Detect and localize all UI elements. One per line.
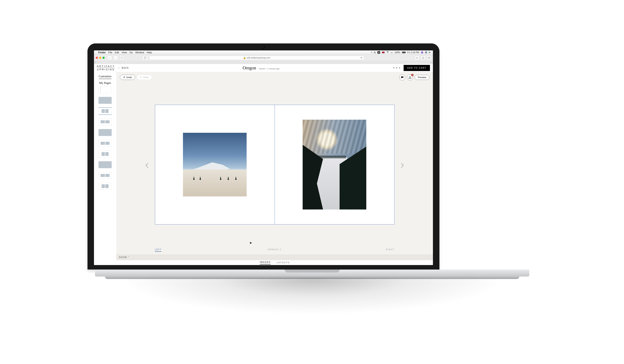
safari-toolbar: ‹ › 🔒 edit.artifactuprising.com ⟳ ⊙ — [94, 55, 433, 61]
redo-icon: ↻ — [140, 76, 142, 79]
page-thumb-7[interactable] — [99, 161, 112, 168]
sidebar-heading-my-pages: My Pages — [99, 81, 111, 85]
preview-label: Preview — [418, 76, 426, 79]
project-title[interactable]: Oregon — [243, 65, 256, 71]
brand-line1: ARTIFACT — [97, 65, 115, 68]
screenshot-icon[interactable]: ⧉ — [374, 51, 376, 54]
laptop-camera — [262, 46, 264, 48]
page-thumb-4[interactable] — [99, 129, 112, 136]
reload-icon[interactable]: ⟳ — [361, 56, 363, 59]
safari-tabbar: ⠿ ＋ — [94, 61, 433, 64]
tab-layouts[interactable]: LAYOUTS — [277, 261, 290, 264]
dropbox-icon[interactable]: ⌗ — [371, 51, 372, 54]
cursor-icon: ➤ — [249, 241, 253, 245]
page-right[interactable] — [275, 105, 394, 224]
page-thumb-5[interactable] — [99, 140, 112, 147]
show-panel-toggle[interactable]: SHOW ˄ — [116, 255, 433, 260]
comments-button[interactable] — [399, 74, 405, 80]
add-to-cart-label: ADD TO CART — [407, 67, 426, 69]
share-button[interactable] — [421, 56, 425, 60]
macos-clock[interactable]: Fri 2:18 PM — [407, 51, 419, 54]
photo-slot-right[interactable] — [303, 120, 366, 209]
svg-rect-6 — [410, 77, 410, 78]
brand-line2: UPRISING — [97, 68, 115, 71]
svg-rect-4 — [402, 77, 403, 77]
input-source-icon[interactable] — [382, 52, 385, 53]
downloads-button[interactable]: ⊙ — [415, 56, 419, 60]
window-minimize-button[interactable] — [99, 57, 101, 59]
address-url: edit.artifactuprising.com — [247, 56, 270, 59]
menu-view[interactable]: View — [122, 51, 127, 54]
notification-center-icon[interactable] — [429, 52, 431, 53]
preview-button[interactable]: Preview — [415, 75, 429, 80]
menu-extra-icon[interactable]: A — [377, 51, 380, 54]
privacy-report-button[interactable] — [142, 56, 148, 60]
next-spread-button[interactable]: › — [400, 158, 404, 171]
redo-button[interactable]: ↻ Redo — [137, 75, 152, 80]
battery-icon[interactable] — [402, 52, 405, 53]
tab-overview-button[interactable] — [427, 56, 431, 60]
page-indicator-left[interactable]: LEFT — [155, 248, 162, 252]
siri-icon[interactable] — [425, 51, 427, 53]
saved-status: Saved < 1 minute ago — [259, 68, 280, 70]
page-thumb-9[interactable] — [99, 183, 112, 190]
laptop-base — [95, 270, 529, 277]
editor-area: ↺ Undo ↻ Redo — [116, 72, 433, 265]
svg-rect-2 — [428, 57, 430, 59]
spread-number-label: SPREAD 2 — [268, 248, 281, 251]
window-zoom-button[interactable] — [103, 57, 105, 59]
page-thumb-3[interactable] — [99, 118, 112, 125]
nav-forward-button[interactable]: › — [114, 56, 118, 60]
brand-logo[interactable]: ARTIFACT UPRISING — [97, 65, 115, 71]
page-thumbnails — [99, 85, 112, 265]
back-label: BACK — [122, 67, 129, 69]
warnings-count-badge: 5 — [411, 74, 414, 76]
show-label: SHOW — [119, 256, 127, 259]
editor-toolbar: ↺ Undo ↻ Redo — [116, 72, 433, 80]
user-fast-switch-icon[interactable] — [421, 51, 423, 53]
app-header: ARTIFACT UPRISING ← BACK Oregon Saved < … — [94, 64, 433, 72]
undo-button[interactable]: ↺ Undo — [120, 75, 135, 80]
page-left[interactable] — [155, 105, 275, 224]
more-menu-button[interactable]: • • • — [393, 66, 401, 70]
warnings-button[interactable]: 5 — [407, 74, 413, 80]
menu-file[interactable]: File — [108, 51, 112, 54]
photo-slot-left[interactable] — [183, 133, 247, 196]
battery-pct: 100% — [394, 51, 400, 54]
macos-menubar: Finder File Edit View Go Window Help ⌗ ⧉… — [94, 51, 433, 55]
page-thumb-8[interactable] — [99, 172, 112, 179]
address-bar[interactable]: 🔒 edit.artifactuprising.com ⟳ — [150, 56, 364, 60]
chevron-up-icon: ˄ — [128, 256, 130, 259]
favorites-grid-icon[interactable]: ⠿ — [95, 61, 96, 64]
menu-help[interactable]: Help — [147, 51, 152, 54]
tab-images[interactable]: IMAGES — [260, 261, 271, 264]
menu-edit[interactable]: Edit — [115, 51, 119, 54]
add-to-cart-button[interactable]: ADD TO CART — [404, 65, 430, 71]
page-thumb-6[interactable] — [99, 151, 112, 157]
page-thumb-1[interactable] — [99, 97, 112, 104]
undo-label: Undo — [126, 76, 132, 79]
window-close-button[interactable] — [96, 57, 98, 59]
laptop-shadow — [87, 278, 537, 321]
display-icon[interactable]: ▭ — [391, 51, 393, 54]
svg-rect-0 — [121, 57, 123, 59]
wifi-icon[interactable] — [386, 51, 389, 54]
macos-app-name[interactable]: Finder — [98, 51, 106, 54]
back-link[interactable]: ← BACK — [118, 67, 129, 69]
book-spread — [155, 105, 394, 225]
bottom-tabs: IMAGES LAYOUTS — [116, 260, 433, 265]
show-sidebar-button[interactable] — [120, 56, 124, 60]
sidebar-tab-customize[interactable]: Customize — [99, 75, 112, 79]
menu-window[interactable]: Window — [135, 51, 144, 54]
menu-go[interactable]: Go — [130, 51, 133, 54]
nav-back-button[interactable]: ‹ — [108, 56, 112, 60]
arrow-left-icon: ← — [118, 67, 120, 69]
page-thumb-cover[interactable] — [99, 86, 112, 93]
page-thumb-2[interactable] — [99, 107, 112, 115]
sidebar: Customize My Pages — [94, 72, 116, 265]
svg-rect-3 — [428, 57, 430, 58]
prev-spread-button[interactable]: ‹ — [145, 158, 149, 171]
redo-label: Redo — [143, 76, 149, 79]
new-tab-button[interactable]: ＋ — [430, 61, 432, 64]
page-indicator-right[interactable]: RIGHT — [386, 248, 394, 251]
